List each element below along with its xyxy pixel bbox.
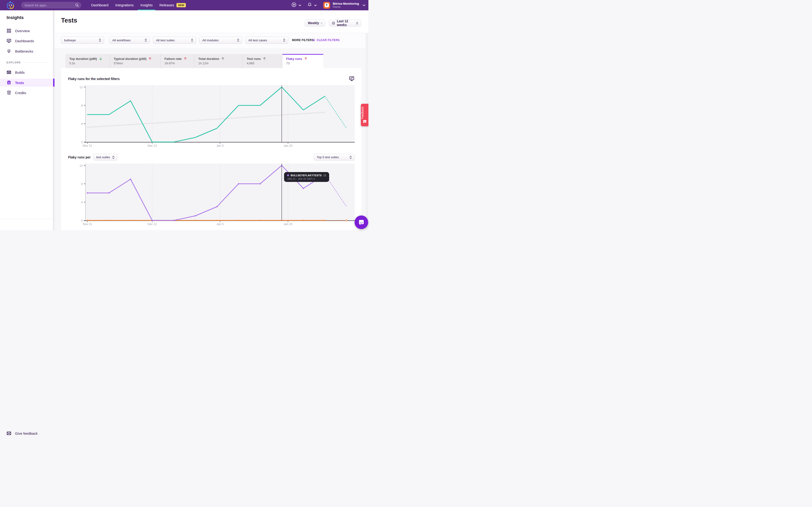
close-icon [313, 39, 315, 41]
sidebar-item-overview[interactable]: Overview [0, 27, 54, 35]
svg-text:Jan 25: Jan 25 [284, 144, 293, 148]
tab-value: 73 [286, 61, 323, 65]
tab-typical-duration[interactable]: Typical duration (p50) 578ms [110, 54, 161, 68]
nav-link-integrations[interactable]: Integrations [115, 0, 134, 10]
account-chevron-icon[interactable] [362, 3, 366, 7]
svg-text:8: 8 [81, 182, 83, 186]
tab-failure-rate[interactable]: Failure rate 18.97% [161, 54, 195, 68]
workspace-avatar[interactable]: T [323, 2, 330, 9]
sidebar-item-label: Bottlenecks [15, 49, 33, 53]
tab-value: 578ms [114, 61, 160, 65]
filter-app-select[interactable]: bullseye [61, 37, 104, 44]
updown-chevron-icon [112, 156, 114, 159]
updown-chevron-icon [356, 21, 358, 25]
series-dot-icon [287, 174, 289, 176]
top5-value: Top 5 test suites [317, 155, 339, 159]
group-by-select[interactable]: test suites [94, 154, 117, 161]
tab-value: 1h 12m [198, 61, 243, 65]
more-filters-button[interactable]: MORE FILTERS [292, 39, 314, 42]
filter-value: All test cases [248, 39, 267, 42]
svg-text:Nov 21: Nov 21 [83, 223, 92, 226]
sidebar-item-credits[interactable]: Credits [0, 89, 54, 97]
top-nav: Dashboard Integrations Insights Releases… [0, 0, 368, 10]
svg-text:Jan 25: Jan 25 [284, 223, 293, 226]
lightbulb-icon [7, 49, 11, 54]
page-title: Tests [61, 17, 77, 24]
flaky-runs-chart[interactable]: 04812Nov 21Dec 12Jan 3Jan 25 [78, 84, 357, 150]
workspace-role: Owner [333, 5, 359, 8]
tab-value: 18.97% [164, 61, 194, 65]
sidebar-item-dashboards[interactable]: Dashboards [0, 37, 54, 45]
tab-top-duration[interactable]: Top duration (p90) 5.3s [65, 54, 110, 68]
nav-link-releases[interactable]: Releases [159, 0, 174, 10]
filter-workflows-select[interactable]: All workflows [109, 37, 150, 44]
sidebar-item-bottlenecks[interactable]: Bottlenecks [0, 47, 54, 55]
svg-text:Jan 3: Jan 3 [216, 223, 224, 226]
trend-up-icon [149, 57, 151, 61]
workspace-avatar-letter: T [325, 3, 329, 7]
updown-chevron-icon [321, 21, 322, 25]
workspace-name: Bitrise-Monitoring [333, 2, 359, 5]
chart1-title: Flaky runs for the selected filters [68, 77, 119, 81]
trend-up-icon [221, 57, 224, 61]
sidebar-item-label: Credits [15, 91, 26, 95]
new-badge: NEW [176, 3, 186, 7]
bitrise-logo-icon[interactable] [6, 1, 15, 9]
tab-value: 4,685 [247, 61, 282, 65]
chart2-title: Flaky runs per [68, 155, 91, 159]
search-icon[interactable] [75, 3, 79, 8]
date-range-select[interactable]: Last 12 weeks [329, 19, 361, 26]
chat-bubble-icon [358, 219, 365, 226]
coins-icon [7, 91, 11, 95]
tests-icon [7, 80, 11, 85]
tab-total-duration[interactable]: Total duration 1h 12m [195, 54, 243, 68]
trend-up-icon [305, 57, 307, 61]
nav-link-insights[interactable]: Insights [141, 0, 153, 10]
sidebar-item-tests[interactable]: Tests [0, 78, 54, 87]
trend-down-icon [99, 57, 102, 61]
chart2-header: Flaky runs per test suites [68, 154, 117, 161]
add-icon[interactable] [291, 2, 297, 8]
tab-flaky-runs[interactable]: Flaky runs 73 [283, 54, 323, 68]
filter-bar: bullseye All workflows All test suites A… [54, 33, 368, 48]
app-search [21, 2, 81, 8]
metric-tabs: Top duration (p90) 5.3s Typical duration… [65, 54, 323, 68]
notifications-chevron-icon[interactable] [314, 3, 317, 7]
svg-text:8: 8 [81, 104, 83, 107]
updown-chevron-icon [237, 39, 239, 42]
nav-link-dashboard[interactable]: Dashboard [91, 0, 108, 10]
chart-type-icon[interactable] [349, 76, 354, 82]
svg-text:Jan 3: Jan 3 [216, 144, 224, 148]
feedback-tab[interactable]: Feedback [361, 104, 368, 126]
nav-right-cluster: T Bitrise-Monitoring Owner [291, 0, 366, 10]
group-by-value: test suites [96, 155, 110, 159]
filter-test-suites-select[interactable]: All test suites [153, 37, 196, 44]
add-menu-chevron-icon[interactable] [299, 3, 301, 7]
search-input[interactable] [21, 2, 81, 8]
tab-label: Flaky runs [286, 57, 302, 61]
granularity-select[interactable]: Weekly [305, 19, 325, 26]
filter-value: All test suites [156, 39, 175, 42]
clear-filters-button[interactable]: CLEAR FILTERS [313, 39, 340, 42]
filter-test-cases-select[interactable]: All test cases [245, 37, 288, 44]
svg-text:0: 0 [81, 219, 83, 222]
tab-test-runs[interactable]: Test runs 4,685 [243, 54, 283, 68]
sidebar-item-label: Builds [15, 70, 25, 74]
svg-text:Dec 12: Dec 12 [148, 223, 157, 226]
chat-smiley-icon [363, 120, 367, 124]
trend-up-icon [263, 57, 266, 61]
tooltip-date-range: JAN 23 - JAN 30 GMT+1 [287, 178, 326, 180]
sidebar-item-label: Overview [15, 29, 30, 33]
tab-label: Total duration [198, 57, 219, 61]
bell-icon[interactable] [307, 2, 312, 8]
svg-text:12: 12 [80, 86, 83, 89]
section-divider [23, 62, 48, 63]
sidebar-item-builds[interactable]: Builds [0, 68, 54, 76]
filter-modules-select[interactable]: All modules [199, 37, 242, 44]
tab-label: Typical duration (p50) [114, 57, 146, 61]
granularity-value: Weekly [308, 21, 319, 25]
chat-launcher-button[interactable] [355, 216, 368, 229]
sidebar-item-label: Tests [15, 81, 24, 85]
top5-select[interactable]: Top 5 test suites [314, 154, 355, 161]
account-info[interactable]: Bitrise-Monitoring Owner [333, 2, 359, 8]
